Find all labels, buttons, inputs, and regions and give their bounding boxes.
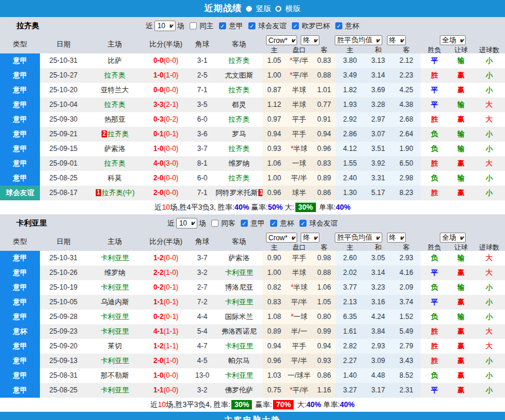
match-type-cell[interactable]: 意甲 <box>0 368 40 383</box>
same-venue-label[interactable]: 同客 <box>221 219 235 229</box>
league-filter-label-2[interactable]: 欧罗巴杯 <box>302 21 330 31</box>
score-cell[interactable]: 4-0(3-0) <box>143 156 189 171</box>
league-filter-checkbox-1[interactable]: ✓ <box>270 220 277 227</box>
scope-select[interactable]: 全场∨ <box>440 35 466 45</box>
team-link[interactable]: 拉齐奥 <box>105 100 126 109</box>
away-team[interactable]: 拉齐奥 <box>216 171 262 186</box>
avg-odds-select[interactable]: 胜平负均值∨ <box>335 233 382 243</box>
horizontal-layout-label[interactable]: 横版 <box>285 4 301 14</box>
score-cell[interactable]: 0-0(0-0) <box>143 53 189 68</box>
away-team[interactable]: 佛罗伦萨 <box>216 383 262 398</box>
match-type-cell[interactable]: 意甲 <box>0 127 40 142</box>
match-type-cell[interactable]: 意甲 <box>0 251 40 266</box>
match-type-cell[interactable]: 意甲 <box>0 53 40 68</box>
league-filter-label-0[interactable]: 意甲 <box>229 21 243 31</box>
score-cell[interactable]: 1-0(0-0) <box>143 142 189 156</box>
league-filter-label-0[interactable]: 意甲 <box>251 219 265 229</box>
same-venue-checkbox[interactable] <box>190 22 197 29</box>
match-type-cell[interactable]: 意甲 <box>0 280 40 295</box>
team-link[interactable]: 拉齐奥 <box>228 145 250 153</box>
home-team[interactable]: 卡利亚里 <box>87 251 143 266</box>
score-cell[interactable]: 0-1(0-1) <box>143 127 189 142</box>
team-link[interactable]: 拉齐奥 <box>107 130 129 138</box>
horizontal-layout-radio[interactable] <box>275 6 281 12</box>
match-type-cell[interactable]: 意甲 <box>0 83 40 98</box>
away-team[interactable]: 维罗纳 <box>216 156 262 171</box>
team-link[interactable]: 萨索洛 <box>228 254 250 262</box>
league-filter-checkbox-1[interactable]: ✓ <box>248 22 255 29</box>
team-link[interactable]: 卡利亚里 <box>101 283 129 291</box>
league-filter-label-3[interactable]: 意杯 <box>345 21 359 31</box>
home-team[interactable]: 卡利亚里 <box>87 310 143 324</box>
score-cell[interactable]: 0-2(0-1) <box>143 280 189 295</box>
score-cell[interactable]: 2-0(0-0) <box>143 171 189 186</box>
away-team[interactable]: 拉齐奥 <box>216 53 262 68</box>
team-link[interactable]: 乌迪内斯 <box>101 298 129 306</box>
avg-stage-select[interactable]: 终∨ <box>387 35 406 45</box>
match-type-cell[interactable]: 意甲 <box>0 112 40 127</box>
team-link[interactable]: 卡利亚里 <box>225 371 253 379</box>
score-cell[interactable]: 0-0(0-0) <box>143 83 189 98</box>
home-team[interactable]: 科莫 <box>87 171 143 186</box>
home-team[interactable]: 2拉齐奥 <box>87 127 143 142</box>
vertical-layout-label[interactable]: 竖版 <box>256 4 271 14</box>
match-type-cell[interactable]: 意甲 <box>0 98 40 112</box>
score-cell[interactable]: 1-2(1-1) <box>143 339 189 354</box>
away-team[interactable]: 拉齐奥 <box>216 83 262 98</box>
team-link[interactable]: 莱切 <box>108 342 122 350</box>
odds-company-select[interactable]: Crow*∨ <box>266 35 297 45</box>
score-cell[interactable]: 1-1(0-0) <box>143 383 189 398</box>
match-type-cell[interactable]: 意甲 <box>0 383 40 398</box>
team-link[interactable]: 帕尔马 <box>228 357 250 365</box>
away-team[interactable]: 帕尔马 <box>216 354 262 368</box>
score-cell[interactable]: 1-1(0-1) <box>143 295 189 310</box>
league-filter-checkbox-3[interactable]: ✓ <box>335 22 342 29</box>
team-link[interactable]: 卡利亚里 <box>101 254 129 262</box>
team-link[interactable]: 阿特罗米托斯 <box>216 189 258 197</box>
team-link[interactable]: 国际米兰 <box>225 313 253 321</box>
match-type-cell[interactable]: 意甲 <box>0 156 40 171</box>
team-link[interactable]: 卡利亚里 <box>101 327 129 335</box>
away-team[interactable]: 卡利亚里 <box>216 368 262 383</box>
team-link[interactable]: 维罗纳 <box>228 159 250 167</box>
home-team[interactable]: 莱切 <box>87 339 143 354</box>
same-venue-checkbox[interactable] <box>211 220 218 227</box>
home-team[interactable]: 卡利亚里 <box>87 324 143 339</box>
team-link[interactable]: 卡利亚里 <box>225 268 253 277</box>
team-link[interactable]: 萨索洛 <box>105 145 126 153</box>
match-type-cell[interactable]: 意杯 <box>0 324 40 339</box>
away-team[interactable]: 拉齐奥 <box>216 112 262 127</box>
league-filter-label-1[interactable]: 意杯 <box>280 219 294 229</box>
home-team[interactable]: 乌迪内斯 <box>87 295 143 310</box>
away-team[interactable]: 罗马 <box>216 127 262 142</box>
home-team[interactable]: 拉齐奥 <box>87 156 143 171</box>
away-team[interactable]: 博洛尼亚 <box>216 280 262 295</box>
match-count-select[interactable]: 10∨ <box>176 218 197 229</box>
home-team[interactable]: 热那亚 <box>87 112 143 127</box>
team-link[interactable]: 拉齐奥 <box>228 56 250 65</box>
team-link[interactable]: 卡利亚里 <box>225 342 253 350</box>
match-type-cell[interactable]: 意甲 <box>0 295 40 310</box>
score-cell[interactable]: 2-0(0-0) <box>143 186 189 200</box>
team-link[interactable]: 弗洛西诺尼 <box>221 327 257 335</box>
match-type-cell[interactable]: 意甲 <box>0 266 40 280</box>
team-link[interactable]: 卡利亚里 <box>225 298 253 306</box>
home-team[interactable]: 拉齐奥 <box>87 98 143 112</box>
match-type-cell[interactable]: 意甲 <box>0 354 40 368</box>
score-cell[interactable]: 0-3(0-2) <box>143 112 189 127</box>
team-link[interactable]: 拉齐奥(中) <box>102 189 134 197</box>
odds-company-select[interactable]: Crow*∨ <box>266 233 297 243</box>
home-team[interactable]: 拉齐奥 <box>87 68 143 83</box>
team-name[interactable]: 卡利亚里 <box>16 218 47 229</box>
vertical-layout-radio[interactable] <box>246 6 252 12</box>
home-team[interactable]: 那不勒斯 <box>87 368 143 383</box>
team-link[interactable]: 维罗纳 <box>105 268 126 277</box>
same-venue-label[interactable]: 同主 <box>200 21 214 31</box>
away-team[interactable]: 卡利亚里 <box>216 266 262 280</box>
odds-stage-select[interactable]: 终∨ <box>301 233 319 243</box>
home-team[interactable]: 卡利亚里 <box>87 354 143 368</box>
team-link[interactable]: 亚特兰大 <box>101 86 129 94</box>
team-link[interactable]: 卡利亚里 <box>101 313 129 321</box>
score-cell[interactable]: 1-2(0-0) <box>143 251 189 266</box>
score-cell[interactable]: 2-2(1-0) <box>143 266 189 280</box>
